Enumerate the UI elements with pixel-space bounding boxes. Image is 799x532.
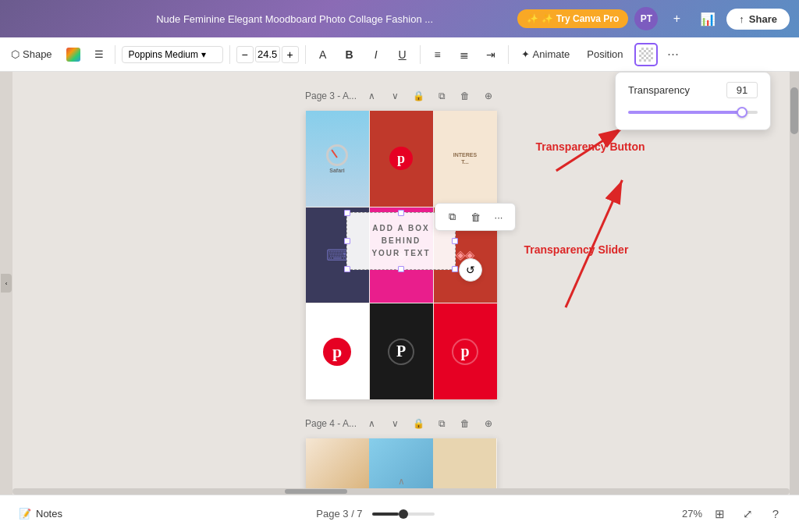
- page-3-delete-button[interactable]: 🗑: [456, 87, 474, 105]
- notes-button[interactable]: 📝 Notes: [12, 505, 69, 523]
- animate-button[interactable]: ✦ Animate: [515, 45, 577, 63]
- shape-tool[interactable]: ⬡ Shape: [6, 45, 57, 63]
- page-3-copy-button[interactable]: ⧉: [433, 87, 450, 105]
- chevron-left-icon: ‹: [5, 280, 8, 287]
- page-4-add-button[interactable]: ⊕: [480, 415, 497, 432]
- header-bar: Nude Feminine Elegant Moodboard Photo Co…: [0, 0, 799, 37]
- try-canva-pro-button[interactable]: ✨ ✨ Try Canva Pro: [517, 9, 628, 28]
- position-button[interactable]: Position: [581, 45, 629, 63]
- selection-handle-tl[interactable]: [344, 210, 350, 216]
- shape-label: Shape: [23, 48, 52, 60]
- font-size-control: − 24.5 +: [236, 46, 299, 63]
- font-color-button[interactable]: A: [312, 44, 334, 66]
- page-progress-bar[interactable]: [372, 512, 435, 516]
- horizontal-scrollbar[interactable]: ∧: [12, 488, 790, 495]
- context-toolbar: ⧉ 🗑 ···: [435, 203, 516, 231]
- grid-cell-2: p: [370, 111, 433, 207]
- page-3-lock-button[interactable]: 🔒: [410, 87, 427, 105]
- grid-icon: ⊞: [715, 507, 725, 521]
- share-icon: ↑: [739, 13, 744, 25]
- selection-handle-bm[interactable]: [398, 266, 404, 272]
- copy-style-button[interactable]: ⧉: [442, 207, 462, 227]
- list-indent-button[interactable]: ⇥: [480, 44, 502, 66]
- list-button[interactable]: ≣: [453, 44, 475, 66]
- fullscreen-button[interactable]: ⤢: [737, 503, 758, 525]
- decrease-font-size-button[interactable]: −: [236, 46, 254, 63]
- italic-button[interactable]: I: [365, 44, 387, 66]
- progress-thumb[interactable]: [399, 509, 408, 519]
- page-3-add-button[interactable]: ⊕: [480, 87, 497, 105]
- bottom-bar: 📝 Notes Page 3 / 7 27% ⊞ ⤢ ?: [0, 495, 799, 532]
- page-3-container: Page 3 - A... ∧ ∨ 🔒 ⧉ 🗑 ⊕ ⧉ 🗑: [12, 87, 790, 399]
- scroll-up-indicator[interactable]: ∧: [398, 476, 405, 487]
- divider-4: [420, 45, 421, 64]
- design-canvas-page3[interactable]: Safari p INTEREST... ⌨: [306, 111, 497, 399]
- transparency-slider-track[interactable]: [628, 111, 758, 114]
- page-4-copy-button[interactable]: ⧉: [433, 415, 450, 432]
- grid-cell-8: P: [370, 303, 433, 399]
- font-size-value[interactable]: 24.5: [255, 46, 280, 62]
- vertical-scrollbar[interactable]: [790, 72, 799, 495]
- more-options-button[interactable]: ···: [662, 44, 684, 66]
- delete-element-button[interactable]: 🗑: [465, 207, 485, 227]
- more-icon: ···: [667, 46, 679, 62]
- divider-2: [229, 45, 230, 64]
- scrollbar-thumb[interactable]: [790, 87, 798, 134]
- selection-handle-tm[interactable]: [398, 210, 404, 216]
- page-4-delete-button[interactable]: 🗑: [456, 415, 474, 432]
- horizontal-scrollbar-thumb[interactable]: [285, 489, 347, 494]
- align-button[interactable]: ≡: [427, 44, 449, 66]
- header-actions: ✨ ✨ Try Canva Pro PT + 📊 ↑ Share: [517, 6, 790, 31]
- add-team-button[interactable]: +: [664, 6, 689, 31]
- more-element-options[interactable]: ···: [488, 207, 509, 227]
- ellipsis-icon: ···: [495, 211, 503, 223]
- grid-view-button[interactable]: ⊞: [708, 503, 730, 525]
- page-3-label: Page 3 - A...: [305, 90, 357, 101]
- bottom-center: Page 3 / 7: [78, 508, 673, 520]
- selection-handle-br[interactable]: [452, 266, 458, 272]
- analytics-button[interactable]: 📊: [695, 6, 720, 31]
- divider-1: [115, 45, 115, 64]
- canvas-scroll-area[interactable]: Page 3 - A... ∧ ∨ 🔒 ⧉ 🗑 ⊕ ⧉ 🗑: [12, 72, 790, 495]
- divider-5: [508, 45, 509, 64]
- page-3-up-button[interactable]: ∧: [363, 87, 380, 105]
- selection-handle-bl[interactable]: [344, 266, 350, 272]
- text-style-toggle[interactable]: ☰: [90, 45, 108, 63]
- user-avatar[interactable]: PT: [634, 7, 658, 30]
- page-4-label: Page 4 - A...: [305, 418, 357, 429]
- selection-handle-lm[interactable]: [344, 238, 350, 244]
- transparency-popup-value[interactable]: 91: [726, 82, 758, 98]
- page-3-canvas-wrapper: ⧉ 🗑 ··· ↺: [306, 111, 497, 399]
- page-3-down-button[interactable]: ∨: [386, 87, 403, 105]
- animate-label: Animate: [533, 48, 570, 60]
- grid-cell-9: p: [434, 303, 497, 399]
- underline-button[interactable]: U: [392, 44, 414, 66]
- chevron-down-icon: ▾: [201, 49, 206, 60]
- page-4-down-button[interactable]: ∨: [386, 415, 403, 432]
- page-4-lock-button[interactable]: 🔒: [410, 415, 427, 432]
- left-panel: ‹: [0, 72, 12, 495]
- help-button[interactable]: ?: [765, 503, 787, 525]
- increase-font-size-button[interactable]: +: [282, 46, 299, 63]
- cycle-button[interactable]: ↺: [459, 258, 482, 282]
- transparency-slider-thumb[interactable]: [737, 107, 748, 118]
- transparency-slider-container: [628, 105, 758, 120]
- list-indent-icon: ⇥: [486, 48, 495, 61]
- page4-cell-1: [306, 438, 370, 495]
- chart-icon: 📊: [700, 12, 716, 27]
- share-button[interactable]: ↑ Share: [726, 9, 790, 30]
- bold-label: B: [346, 48, 353, 61]
- color-swatch: [66, 48, 80, 62]
- transparency-button[interactable]: [634, 43, 658, 66]
- help-icon: ?: [772, 507, 779, 520]
- page-4-up-button[interactable]: ∧: [363, 415, 380, 432]
- left-panel-toggle[interactable]: ‹: [1, 274, 12, 293]
- zoom-level: 27%: [682, 508, 702, 520]
- font-family-selector[interactable]: Poppins Medium ▾: [122, 46, 223, 63]
- color-picker[interactable]: [62, 44, 85, 65]
- bold-button[interactable]: B: [339, 44, 360, 66]
- user-initials: PT: [641, 13, 652, 24]
- selection-handle-rm[interactable]: [452, 238, 458, 244]
- transparency-popup-header: Transparency 91: [628, 82, 758, 98]
- grid-cell-7: p: [306, 303, 369, 399]
